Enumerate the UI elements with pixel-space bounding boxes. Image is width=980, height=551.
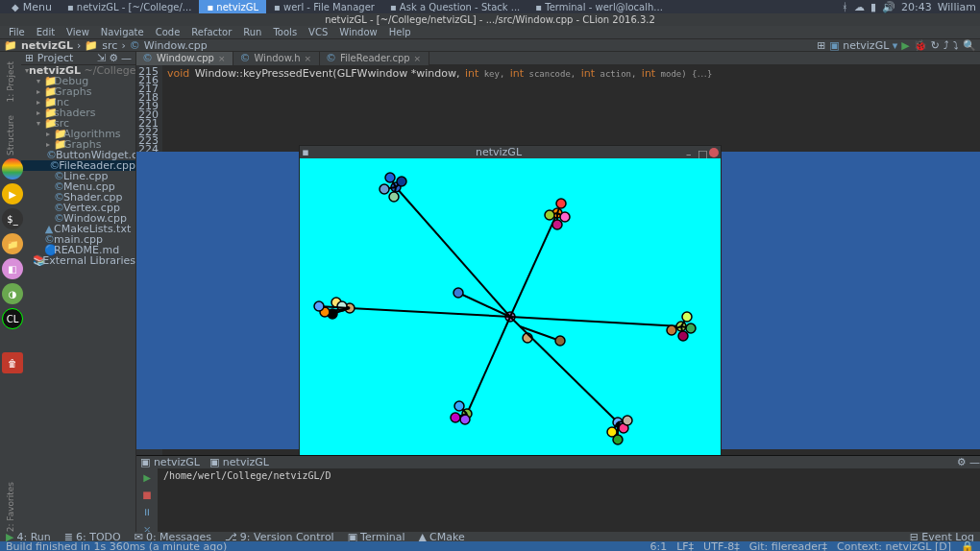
menu-view[interactable]: View [61,27,94,37]
close-icon[interactable]: × [218,54,226,63]
gl-app-window[interactable]: ▪ netvizGL – □ [299,145,722,455]
menu-file[interactable]: File [4,27,30,37]
run-config-selector[interactable]: ▣ netvizGL ▾ [829,39,897,52]
pause-icon[interactable]: ⏸ [140,507,154,520]
hide-icon[interactable]: — [121,52,132,64]
status-bar: ▶ 4: Run ≣ 6: TODO ✉ 0: Messages ⎇ 9: Ve… [0,532,980,551]
network-icon[interactable]: ☁ [854,1,865,13]
collapse-icon[interactable]: ⇲ [97,52,106,64]
project-panel-header[interactable]: ⊞ Project ⇲ ⚙ — [21,52,135,65]
svg-point-23 [545,210,554,220]
app-icon[interactable]: ◧ [2,258,23,279]
menu-edit[interactable]: Edit [32,27,60,37]
chrome-icon[interactable] [2,158,23,180]
svg-line-7 [510,317,681,326]
status-field[interactable]: Context: netvizGL [D] [837,540,951,552]
toolbar-icon[interactable]: ↻ [931,39,940,52]
debug-icon[interactable]: 🐞 [914,39,927,52]
clion-icon[interactable]: CL [2,308,23,329]
menu-refactor[interactable]: Refactor [186,27,236,37]
menu-window[interactable]: Window [334,27,381,37]
play-icon[interactable]: ▶ [2,183,23,204]
toolbar-icon[interactable]: ⤵ [953,39,959,52]
svg-point-47 [678,331,688,341]
svg-point-14 [397,177,406,186]
breadcrumb-src[interactable]: src [102,39,117,52]
run-tab[interactable]: ▣ netvizGL [140,456,200,468]
run-icon[interactable]: ▶ [901,39,909,52]
stop-icon[interactable]: ■ [140,490,154,503]
breadcrumb-file[interactable]: Window.cpp [144,39,208,52]
gl-app-titlebar[interactable]: ▪ netvizGL – □ [300,146,721,158]
status-field[interactable]: 🔒 [961,540,974,552]
files-icon[interactable]: 📁 [2,233,23,254]
search-icon[interactable]: 🔍 [963,39,976,52]
side-tab-favorites[interactable]: 2: Favorites [6,482,15,532]
clock[interactable]: 20:43 [901,1,932,13]
project-tree[interactable]: ▾netvizGL ~/College/netvizGL ▾📁 Debug▸📁 … [21,65,135,266]
volume-icon[interactable]: 🔊 [882,1,895,13]
gear-icon[interactable]: ⚙ — [957,456,980,468]
svg-point-28 [453,288,463,298]
svg-point-63 [613,435,623,444]
bluetooth-icon[interactable]: ᚼ [842,1,848,13]
rerun-icon[interactable]: ▶ [140,472,154,486]
breadcrumb-root[interactable]: netvizGL [21,39,73,52]
svg-point-27 [552,220,562,229]
trash-icon[interactable]: 🗑 [2,352,23,373]
graph-svg [300,158,721,455]
os-taskbar: ◆ Menu ▪ netvizGL - [~/College/...▪ netv… [0,0,980,13]
run-tool-window: ▣ netvizGL ▣ netvizGL ⚙ — ▶ ■ ⏸ ⤫ 📷 /hom… [136,455,980,532]
gear-icon[interactable]: ⚙ [109,52,118,64]
menu-code[interactable]: Code [151,27,185,37]
svg-line-3 [458,293,510,317]
menu-help[interactable]: Help [384,27,416,37]
status-field[interactable]: LF‡ [676,540,694,552]
ide-menubar: FileEditViewNavigateCodeRefactorRunTools… [0,26,980,39]
editor-tab[interactable]: ©Window.cpp× [136,52,233,65]
close-icon[interactable]: × [304,54,311,63]
menu-navigate[interactable]: Navigate [96,27,149,37]
menu-run[interactable]: Run [238,27,266,37]
svg-point-49 [667,325,676,335]
os-menu-button[interactable]: ◆ Menu [4,0,60,13]
menu-tools[interactable]: Tools [268,27,302,37]
project-panel: ⊞ Project ⇲ ⚙ — ▾netvizGL ~/College/netv… [21,52,136,532]
os-tray[interactable]: ᚼ ☁ ▮ 🔊 20:43 William [842,1,976,13]
taskbar-window-button[interactable]: ▪ werl - File Manager [266,0,382,13]
app-icon[interactable]: ◑ [2,283,23,304]
close-icon[interactable]: × [414,54,422,63]
editor-area: ©Window.cpp×©Window.h×©FileReader.cpp× 2… [136,52,980,532]
editor-tab[interactable]: ©FileReader.cpp× [320,52,429,65]
taskbar-window-button[interactable]: ▪ Terminal - werl@localh... [527,0,671,13]
user-label[interactable]: William [938,1,976,13]
tree-item[interactable]: 📚 External Libraries [21,255,135,266]
taskbar-window-button[interactable]: ▪ Ask a Question - Stack ... [382,0,527,13]
svg-point-12 [385,173,395,182]
status-field[interactable]: UTF-8‡ [703,540,740,552]
minimize-icon[interactable]: – [686,148,696,157]
editor-tabs: ©Window.cpp×©Window.h×©FileReader.cpp× [136,52,980,65]
svg-point-43 [682,312,692,322]
terminal-icon[interactable]: $_ [2,208,23,229]
run-tab[interactable]: ▣ netvizGL [209,456,269,468]
editor-tab[interactable]: ©Window.h× [233,52,320,65]
build-config-icon[interactable]: ⊞ [817,39,825,52]
breadcrumb-bar: 📁 netvizGL › 📁 src › © Window.cpp ⊞ ▣ ne… [0,39,980,52]
svg-point-39 [314,301,324,311]
run-tool-tabs: ▣ netvizGL ▣ netvizGL ⚙ — [136,456,980,468]
status-field[interactable]: 6:1 [649,540,667,552]
gl-canvas[interactable] [300,158,721,455]
taskbar-window-button[interactable]: ▪ netvizGL [199,0,266,13]
tree-item[interactable]: ▸📁 shaders [21,108,135,118]
close-icon[interactable] [709,148,719,157]
status-message: Build finished in 1s 360ms (a minute ago… [6,540,227,552]
side-tab-project[interactable]: 1: Project [6,61,15,102]
tree-item[interactable]: ▸📁 Graphs [21,86,135,97]
battery-icon[interactable]: ▮ [870,1,876,13]
toolbar-icon[interactable]: ⤴ [943,39,949,52]
menu-vcs[interactable]: VCS [304,27,332,37]
status-field[interactable]: Git: filereader‡ [749,540,827,552]
maximize-icon[interactable]: □ [698,148,707,157]
taskbar-window-button[interactable]: ▪ netvizGL - [~/College/... [60,0,199,13]
